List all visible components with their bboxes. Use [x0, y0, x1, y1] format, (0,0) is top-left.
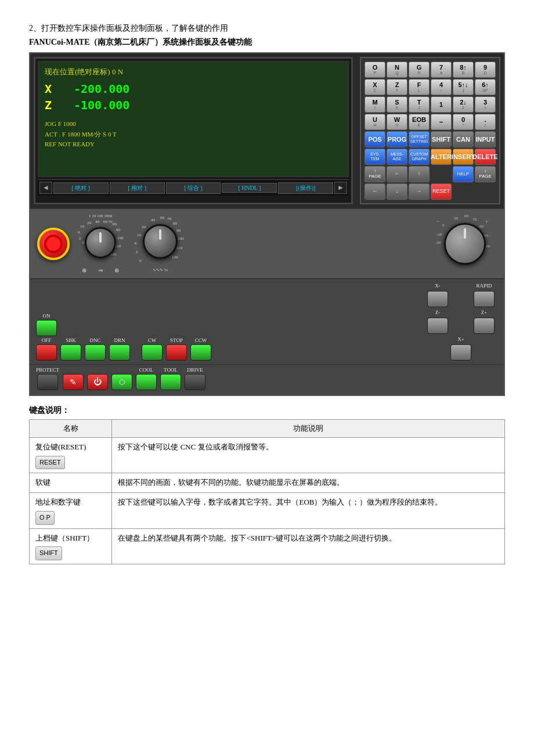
softkey-arrow-right[interactable]: ► — [334, 182, 347, 194]
key-PAGE-DOWN[interactable]: ↓PAGE — [475, 166, 496, 182]
tool-group: TOOL — [160, 367, 181, 390]
svg-text:0: 0 — [442, 223, 445, 228]
off-label: OFF — [42, 337, 52, 343]
jog-symbol-right: ⊕ — [114, 267, 119, 273]
key-T[interactable]: TJ — [409, 96, 430, 113]
key-6[interactable]: 6↑SP — [475, 79, 496, 95]
softkey-1[interactable]: [ 绝对 ] — [53, 182, 109, 194]
emergency-stop[interactable] — [37, 228, 70, 260]
key-OFFSET[interactable]: OFFSETSETTING — [409, 131, 430, 147]
key-1[interactable]: 1 — [431, 96, 452, 113]
key-5[interactable]: 5↑↓J — [453, 79, 474, 95]
key-left2[interactable]: ← — [365, 183, 385, 200]
key-EOB[interactable]: EOBE — [409, 114, 430, 130]
key-HELP[interactable]: HELP — [453, 166, 474, 182]
softkey-4[interactable]: [ HNDL ] — [222, 183, 277, 193]
key-left[interactable]: ← — [387, 166, 407, 182]
screen-title: 现在位置(绝对座标) 0 N — [45, 67, 342, 77]
key-F[interactable]: FL — [409, 79, 430, 95]
ccw-button[interactable] — [190, 344, 211, 361]
off-button[interactable] — [36, 344, 57, 361]
ccw-group: CCW — [190, 337, 211, 361]
sbk-button[interactable] — [60, 344, 81, 361]
key-up[interactable]: ↑ — [409, 166, 430, 182]
key-0[interactable]: 0* — [453, 114, 474, 130]
jog-feed-knob[interactable] — [85, 227, 116, 258]
jog-arrow: ⇒ — [98, 267, 103, 273]
dnc-group: DNC — [85, 337, 106, 361]
row-func-shift: 在键盘上的某些键具有两个功能。按下<SHIFT>键可以在这两个功能之间进行切换。 — [112, 528, 505, 564]
key-PROG[interactable]: PROG — [387, 131, 407, 147]
key-G[interactable]: GR — [409, 62, 430, 78]
key-MESSAGE[interactable]: MESS-AGE — [387, 149, 407, 165]
key-INSERT[interactable]: INSERT — [453, 149, 474, 165]
cnc-bottom-section: ON OFF SBK DNC DRN CW — [30, 279, 504, 364]
key-POS[interactable]: POS — [365, 131, 385, 147]
drive-button[interactable] — [185, 374, 205, 390]
key-7[interactable]: 7A — [431, 62, 452, 78]
key-O[interactable]: OP — [365, 62, 385, 78]
key-4[interactable]: 4↑ — [431, 79, 452, 95]
stop-button[interactable] — [166, 344, 187, 361]
screen-status: JOG F 1000 ACT . F 1800 MM/分 S 0 T REF N… — [45, 119, 342, 150]
feed-override-knob[interactable] — [143, 224, 178, 259]
key-W[interactable]: WV — [387, 114, 407, 130]
cw-label: CW — [148, 337, 157, 343]
icon-btn-red-1[interactable]: ✎ — [63, 374, 84, 390]
key-minus[interactable]: − — [431, 114, 452, 130]
key-ALTER[interactable]: ALTER — [431, 149, 452, 165]
key-N[interactable]: NQ — [387, 62, 407, 78]
x-axis-value: -200.000 — [74, 82, 129, 96]
key-INPUT[interactable]: INPUT — [475, 131, 496, 147]
key-DELETE[interactable]: DELETE — [475, 149, 496, 165]
dnc-button[interactable] — [85, 344, 106, 361]
jog-symbol-left: ⊕ — [82, 267, 86, 273]
key-SYSTEM[interactable]: SYS-TEM — [365, 149, 385, 165]
key-PAGE-UP[interactable]: ↑PAGE — [365, 166, 385, 182]
feed-wave-symbol: ∿∿∿ % — [153, 268, 168, 272]
row-func-reset: 按下这个键可以使 CNC 复位或者取消报警等。 — [112, 438, 505, 473]
speed-override-knob[interactable] — [444, 223, 486, 265]
svg-text:80: 80 — [479, 224, 484, 229]
x-plus-button[interactable] — [450, 344, 471, 361]
key-X[interactable]: XC — [365, 79, 385, 95]
tool-button[interactable] — [160, 374, 181, 390]
icon-btn-red-2[interactable]: ⏻ — [87, 374, 108, 390]
key-S[interactable]: SK — [387, 96, 407, 113]
key-CUSTOM[interactable]: CUSTOMGRAPH — [409, 149, 430, 165]
svg-text:90: 90 — [116, 228, 121, 232]
softkey-arrow-left[interactable]: ◄ — [39, 182, 52, 194]
drn-button[interactable] — [109, 344, 130, 361]
icon-btn-green-1[interactable]: ⬡ — [111, 374, 132, 390]
key-down[interactable]: ↓ — [387, 183, 407, 200]
on-button[interactable] — [36, 320, 57, 336]
softkey-5[interactable]: [(操作)] — [278, 182, 333, 194]
row-name-softkey: 软键 — [30, 473, 112, 493]
key-RESET[interactable]: RESET — [431, 183, 452, 200]
softkey-3[interactable]: [ 综合 ] — [166, 182, 221, 194]
key-9[interactable]: 9D — [475, 62, 496, 78]
svg-text:60 70: 60 70 — [103, 219, 113, 224]
direction-controls: X- RAPID Z- Z+ X+ — [427, 283, 495, 361]
key-CAN[interactable]: CAN — [453, 131, 474, 147]
key-Z[interactable]: ZY — [387, 79, 407, 95]
key-U[interactable]: UH — [365, 114, 385, 130]
protect-button[interactable] — [37, 374, 58, 390]
rapid-button[interactable] — [474, 291, 495, 307]
x-minus-button[interactable] — [427, 291, 448, 307]
key-dot[interactable]: ./ — [475, 114, 496, 130]
cool-button[interactable] — [136, 374, 157, 390]
z-plus-button[interactable] — [474, 318, 495, 334]
svg-text:2: 2 — [136, 250, 138, 254]
key-2[interactable]: 2↓# — [453, 96, 474, 113]
key-8[interactable]: 8↑B — [453, 62, 474, 78]
z-minus-button[interactable] — [427, 318, 448, 334]
softkey-2[interactable]: [ 相对 ] — [110, 182, 165, 194]
svg-text:20: 20 — [142, 225, 146, 229]
key-right[interactable]: → — [409, 183, 430, 200]
z-plus-label: Z+ — [474, 309, 495, 315]
key-3[interactable]: 3= — [475, 96, 496, 113]
key-SHIFT[interactable]: SHIFT — [431, 131, 452, 147]
key-M[interactable]: MI — [365, 96, 385, 113]
cw-button[interactable] — [142, 344, 163, 361]
